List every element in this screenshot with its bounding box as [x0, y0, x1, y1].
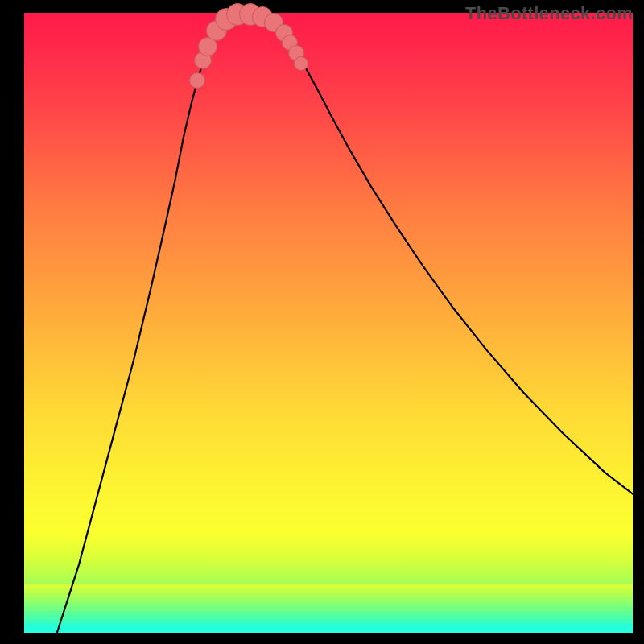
- plot-area: [24, 13, 633, 633]
- data-dot: [189, 72, 205, 89]
- dots-layer: [24, 13, 633, 633]
- data-dot: [294, 56, 308, 71]
- chart-stage: TheBottleneck.com: [0, 0, 644, 644]
- watermark-text: TheBottleneck.com: [465, 3, 633, 24]
